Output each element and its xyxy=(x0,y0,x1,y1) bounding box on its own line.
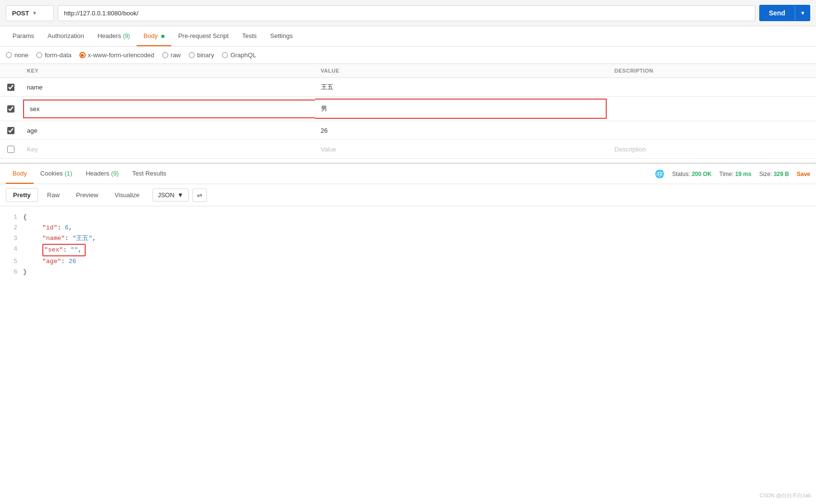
tab-settings[interactable]: Settings xyxy=(264,26,300,46)
body-type-bar: none form-data x-www-form-urlencoded raw… xyxy=(0,47,816,64)
row2-checkbox[interactable] xyxy=(7,105,14,113)
radio-none-circle xyxy=(6,52,12,58)
row4-key-placeholder: Key xyxy=(27,146,38,153)
cookies-badge: (1) xyxy=(64,170,72,177)
line-num-6: 6 xyxy=(8,267,17,277)
row4-desc-cell: Description xyxy=(609,140,804,159)
params-table: KEY VALUE DESCRIPTION name 王五 xyxy=(0,64,816,159)
code-line-5: 5 "age": 26 xyxy=(8,256,808,267)
row4-checkbox[interactable] xyxy=(7,146,14,153)
size-label: Size: 329 B xyxy=(759,171,789,177)
radio-graphql-circle xyxy=(222,52,228,58)
row4-checkbox-cell xyxy=(0,140,21,159)
code-line-3: 3 "name": "王五", xyxy=(8,233,808,244)
col-checkbox xyxy=(0,64,21,78)
radio-none[interactable]: none xyxy=(6,51,28,59)
col-description: DESCRIPTION xyxy=(609,64,804,78)
fmt-raw[interactable]: Raw xyxy=(40,188,67,202)
row2-value-cell: 男 xyxy=(315,97,609,121)
method-select[interactable]: POST ▼ xyxy=(6,5,54,21)
response-tabs-bar: Body Cookies (1) Headers (9) Test Result… xyxy=(0,164,816,184)
row1-key-cell: name xyxy=(21,78,315,97)
send-button[interactable]: Send ▼ xyxy=(759,5,810,21)
line-num-1: 1 xyxy=(8,212,17,223)
radio-binary-circle xyxy=(189,52,195,58)
radio-graphql[interactable]: GraphQL xyxy=(222,51,256,59)
request-tabs-bar: Params Authorization Headers (9) Body Pr… xyxy=(0,26,816,47)
code-line-4: 4 "sex": "", xyxy=(8,244,808,256)
time-label: Time: 19 ms xyxy=(719,171,752,177)
table-row: sex 男 xyxy=(0,97,816,121)
tab-tests[interactable]: Tests xyxy=(235,26,263,46)
row3-key: age xyxy=(27,127,38,134)
row2-desc-cell xyxy=(609,97,804,121)
radio-formdata-circle xyxy=(36,52,42,58)
resp-tab-testresults[interactable]: Test Results xyxy=(126,164,173,184)
format-select-chevron: ▼ xyxy=(178,191,184,199)
table-row: age 26 xyxy=(0,121,816,140)
radio-binary[interactable]: binary xyxy=(189,51,214,59)
row1-value: 王五 xyxy=(321,83,333,91)
resp-tab-cookies[interactable]: Cookies (1) xyxy=(34,164,79,184)
col-actions xyxy=(804,64,816,78)
radio-form-data[interactable]: form-data xyxy=(36,51,72,59)
status-label: Status: 200 OK xyxy=(672,171,712,177)
resp-headers-badge: (9) xyxy=(111,170,119,177)
fmt-preview[interactable]: Preview xyxy=(69,188,105,202)
row3-checkbox[interactable] xyxy=(7,127,14,134)
line-content-4: "sex": "", xyxy=(23,244,808,256)
row1-actions xyxy=(804,78,816,97)
headers-badge: (9) xyxy=(123,33,130,39)
row3-key-cell: age xyxy=(21,121,315,140)
status-bar: 🌐 Status: 200 OK Time: 19 ms Size: 329 B… xyxy=(655,169,810,178)
wrap-button[interactable]: ⇌ xyxy=(192,189,207,202)
radio-raw[interactable]: raw xyxy=(162,51,181,59)
line-num-3: 3 xyxy=(8,233,17,244)
resp-tab-headers[interactable]: Headers (9) xyxy=(79,164,126,184)
radio-urlencoded[interactable]: x-www-form-urlencoded xyxy=(79,51,154,59)
format-select[interactable]: JSON ▼ xyxy=(153,189,189,202)
globe-icon: 🌐 xyxy=(655,169,664,178)
row2-checkbox-cell xyxy=(0,97,21,121)
row2-actions xyxy=(804,97,816,121)
tab-body[interactable]: Body xyxy=(137,26,171,46)
table-row: name 王五 xyxy=(0,78,816,97)
line-content-6: } xyxy=(23,267,808,277)
code-line-1: 1 { xyxy=(8,212,808,223)
fmt-visualize[interactable]: Visualize xyxy=(107,188,147,202)
row3-desc-cell xyxy=(609,121,804,140)
row4-value-placeholder: Value xyxy=(321,146,336,153)
row2-value: 男 xyxy=(321,104,327,113)
row3-value-cell: 26 xyxy=(315,121,609,140)
radio-raw-circle xyxy=(162,52,168,58)
code-line-2: 2 "id": 6, xyxy=(8,223,808,233)
row2-key-cell: sex xyxy=(21,97,315,121)
row1-checkbox[interactable] xyxy=(7,84,14,91)
line-num-4: 4 xyxy=(8,244,17,256)
table-row: Key Value Description xyxy=(0,140,816,159)
col-value: VALUE xyxy=(315,64,609,78)
response-section: Body Cookies (1) Headers (9) Test Result… xyxy=(0,163,816,284)
fmt-pretty[interactable]: Pretty xyxy=(6,188,38,202)
send-dropdown-icon[interactable]: ▼ xyxy=(795,6,810,20)
row2-key: sex xyxy=(30,105,39,113)
url-input[interactable] xyxy=(58,5,755,21)
tab-headers[interactable]: Headers (9) xyxy=(91,26,137,46)
line-content-2: "id": 6, xyxy=(23,223,808,233)
send-label: Send xyxy=(759,5,795,21)
row4-key-cell: Key xyxy=(21,140,315,159)
row4-desc-placeholder: Description xyxy=(614,146,646,153)
method-label: POST xyxy=(12,10,29,17)
line-num-5: 5 xyxy=(8,256,17,267)
resp-tab-body[interactable]: Body xyxy=(6,164,34,184)
method-chevron-icon: ▼ xyxy=(32,10,37,16)
sex-line-highlight: "sex": "", xyxy=(42,244,86,256)
tab-prerequest[interactable]: Pre-request Script xyxy=(171,26,235,46)
row1-checkbox-cell xyxy=(0,78,21,97)
col-key: KEY xyxy=(21,64,315,78)
body-dot-icon xyxy=(161,35,165,38)
tab-authorization[interactable]: Authorization xyxy=(41,26,91,46)
save-button[interactable]: Save xyxy=(797,171,810,177)
radio-urlencoded-circle xyxy=(79,52,86,58)
tab-params[interactable]: Params xyxy=(6,26,41,46)
